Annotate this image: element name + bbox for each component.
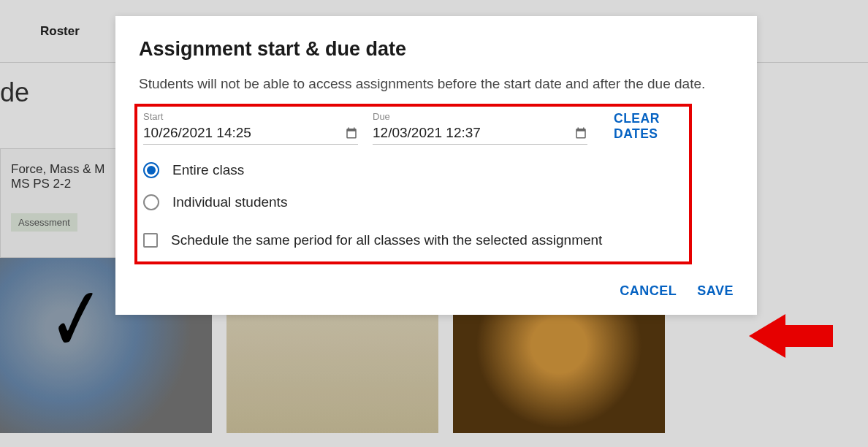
due-date-value: 12/03/2021 12:37 bbox=[373, 125, 481, 141]
start-date-label: Start bbox=[143, 111, 358, 122]
calendar-icon[interactable] bbox=[574, 126, 587, 140]
highlighted-area: Start 10/26/2021 14:25 Due 12/03/2021 12… bbox=[134, 104, 692, 264]
cancel-button[interactable]: CANCEL bbox=[620, 283, 677, 299]
option-entire-class-label: Entire class bbox=[172, 162, 244, 178]
radio-unselected-icon bbox=[143, 194, 159, 210]
assignment-date-dialog: Assignment start & due date Students wil… bbox=[115, 16, 757, 315]
start-date-value: 10/26/2021 14:25 bbox=[143, 125, 251, 141]
annotation-arrow-icon bbox=[749, 307, 833, 365]
date-fields-row: Start 10/26/2021 14:25 Due 12/03/2021 12… bbox=[143, 111, 683, 145]
start-date-field[interactable]: Start 10/26/2021 14:25 bbox=[143, 111, 358, 145]
option-individual-students[interactable]: Individual students bbox=[143, 194, 683, 210]
option-schedule-all-classes-label: Schedule the same period for all classes… bbox=[171, 232, 602, 248]
radio-selected-icon bbox=[143, 162, 159, 178]
checkbox-unchecked-icon bbox=[143, 233, 158, 248]
dialog-actions: CANCEL SAVE bbox=[139, 283, 734, 299]
save-button[interactable]: SAVE bbox=[697, 283, 734, 299]
option-individual-students-label: Individual students bbox=[172, 194, 287, 210]
option-entire-class[interactable]: Entire class bbox=[143, 162, 683, 178]
dialog-title: Assignment start & due date bbox=[139, 38, 734, 61]
option-schedule-all-classes[interactable]: Schedule the same period for all classes… bbox=[143, 232, 683, 248]
due-date-field[interactable]: Due 12/03/2021 12:37 bbox=[373, 111, 587, 145]
dialog-description: Students will not be able to access assi… bbox=[139, 74, 734, 95]
due-date-label: Due bbox=[373, 111, 587, 122]
calendar-icon[interactable] bbox=[345, 126, 358, 140]
clear-dates-button[interactable]: CLEAR DATES bbox=[614, 111, 683, 145]
